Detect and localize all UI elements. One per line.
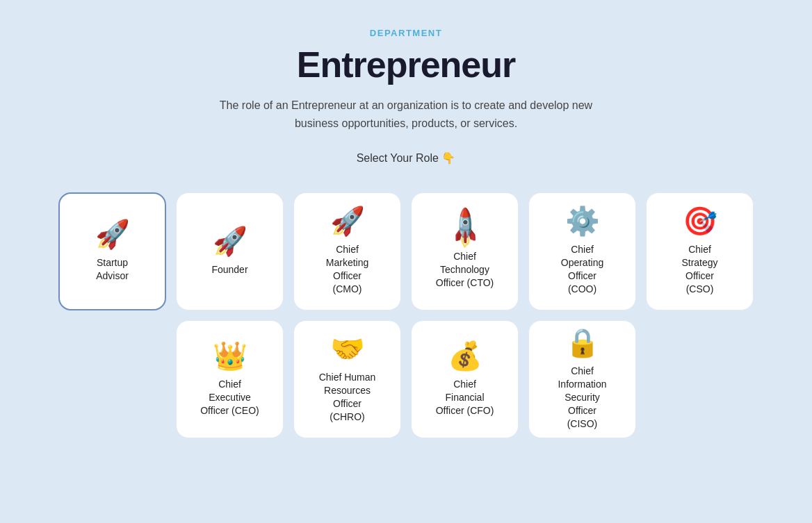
page-description: The role of an Entrepreneur at an organi…	[204, 97, 608, 132]
role-card-coo[interactable]: ⚙️ ChiefOperatingOfficer(COO)	[528, 192, 636, 310]
role-card-cmo[interactable]: 🚀 ChiefMarketingOfficer(CMO)	[293, 192, 401, 310]
department-label: DEPARTMENT	[370, 28, 442, 38]
role-card-ciso[interactable]: 🔒 ChiefInformationSecurityOfficer(CISO)	[528, 320, 636, 438]
roles-row-2: 👑 ChiefExecutiveOfficer (CEO) 🤝 Chief Hu…	[176, 320, 636, 438]
page-title: Entrepreneur	[297, 44, 516, 85]
ciso-icon: 🔒	[565, 329, 600, 356]
ceo-icon: 👑	[213, 342, 247, 370]
founder-label: Founder	[211, 263, 247, 276]
chro-label: Chief HumanResourcesOfficer(CHRO)	[319, 371, 376, 424]
startup-advisor-icon: 🚀	[95, 220, 130, 248]
cfo-label: ChiefFinancialOfficer (CFO)	[436, 378, 494, 417]
ciso-label: ChiefInformationSecurityOfficer(CISO)	[558, 365, 606, 430]
role-card-chro[interactable]: 🤝 Chief HumanResourcesOfficer(CHRO)	[293, 320, 401, 438]
chro-icon: 🤝	[330, 335, 365, 363]
page-container: DEPARTMENT Entrepreneur The role of an E…	[14, 28, 798, 438]
cmo-label: ChiefMarketingOfficer(CMO)	[326, 243, 368, 296]
ceo-label: ChiefExecutiveOfficer (CEO)	[200, 378, 259, 417]
role-card-cto[interactable]: 🚀 ChiefTechnologyOfficer (CTO)	[411, 192, 519, 310]
cso-icon: 🎯	[683, 207, 717, 235]
role-card-ceo[interactable]: 👑 ChiefExecutiveOfficer (CEO)	[176, 320, 284, 438]
role-card-founder[interactable]: 🚀 Founder	[176, 192, 284, 310]
coo-label: ChiefOperatingOfficer(COO)	[561, 243, 603, 296]
startup-advisor-label: StartupAdvisor	[96, 256, 129, 283]
cso-label: ChiefStrategyOfficer(CSO)	[681, 243, 717, 296]
role-card-cfo[interactable]: 💰 ChiefFinancialOfficer (CFO)	[411, 320, 519, 438]
founder-icon: 🚀	[213, 227, 247, 255]
role-card-cso[interactable]: 🎯 ChiefStrategyOfficer(CSO)	[646, 192, 754, 310]
select-role-label: Select Your Role 👇	[357, 151, 456, 165]
cto-icon: 🚀	[443, 206, 487, 250]
roles-row-1: 🚀 StartupAdvisor 🚀 Founder 🚀 ChiefMarket…	[58, 192, 754, 310]
cto-label: ChiefTechnologyOfficer (CTO)	[436, 250, 494, 290]
cfo-icon: 💰	[448, 342, 482, 370]
coo-icon: ⚙️	[565, 207, 600, 235]
role-card-startup-advisor[interactable]: 🚀 StartupAdvisor	[58, 192, 166, 310]
cmo-icon: 🚀	[330, 207, 365, 235]
